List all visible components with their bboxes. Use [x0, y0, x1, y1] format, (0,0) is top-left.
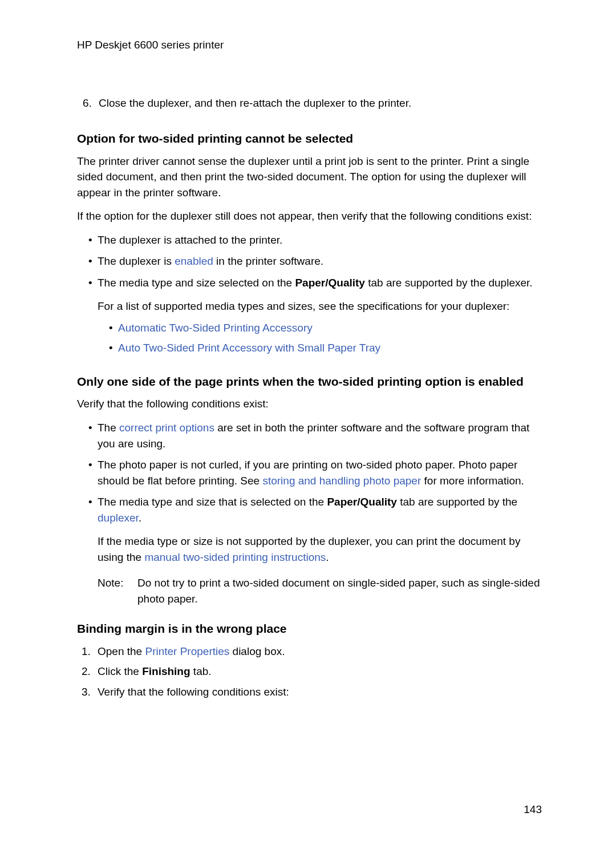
list-text: Open the Printer Properties dialog box.: [98, 644, 285, 660]
list-text: The media type and size selected on the …: [98, 275, 533, 291]
page-content: HP Deskjet 6600 series printer 6. Close …: [0, 0, 616, 700]
list-text: The duplexer is attached to the printer.: [98, 232, 282, 248]
bullet-icon: •: [109, 320, 118, 336]
link-storing-handling-photo-paper[interactable]: storing and handling photo paper: [262, 475, 421, 487]
list-text: Verify that the following conditions exi…: [98, 684, 289, 700]
link-manual-two-sided-instructions[interactable]: manual two-sided printing instructions: [144, 551, 326, 563]
bullet-icon: •: [88, 420, 98, 451]
link-duplexer[interactable]: duplexer: [98, 512, 139, 524]
note-block: Note: Do not try to print a two-sided do…: [98, 575, 542, 607]
list-number: 1.: [82, 644, 98, 660]
document-header: HP Deskjet 6600 series printer: [77, 37, 542, 53]
bold-paper-quality: Paper/Quality: [295, 277, 365, 289]
paragraph: Verify that the following conditions exi…: [77, 396, 542, 412]
steps-list: 1. Open the Printer Properties dialog bo…: [82, 644, 542, 700]
list-continue-step6: 6. Close the duplexer, and then re-attac…: [83, 95, 542, 111]
bold-paper-quality: Paper/Quality: [327, 496, 397, 508]
paragraph: The printer driver cannot sense the dupl…: [77, 153, 542, 201]
list-number: 6.: [83, 95, 99, 111]
bullet-icon: •: [88, 253, 98, 269]
bullet-icon: •: [88, 275, 98, 291]
link-printer-properties[interactable]: Printer Properties: [145, 645, 229, 657]
sub-paragraph: If the media type or size is not support…: [98, 533, 542, 565]
bullet-icon: •: [88, 457, 98, 488]
bullet-icon: •: [88, 494, 98, 525]
list-number: 3.: [82, 684, 98, 700]
section-heading-one-side-prints: Only one side of the page prints when th…: [77, 373, 542, 390]
link-auto-two-sided-accessory[interactable]: Automatic Two-Sided Printing Accessory: [118, 320, 313, 336]
section-heading-binding-margin: Binding margin is in the wrong place: [77, 620, 542, 637]
link-correct-print-options[interactable]: correct print options: [119, 422, 214, 434]
bold-finishing: Finishing: [142, 665, 190, 677]
link-auto-two-sided-small-tray[interactable]: Auto Two-Sided Print Accessory with Smal…: [118, 340, 380, 356]
bullet-icon: •: [88, 232, 98, 248]
sub-paragraph: For a list of supported media types and …: [98, 298, 542, 314]
list-text: The correct print options are set in bot…: [98, 420, 542, 451]
section-heading-option-cannot-select: Option for two-sided printing cannot be …: [77, 130, 542, 147]
list-text: The duplexer is enabled in the printer s…: [98, 253, 323, 269]
paragraph: If the option for the duplexer still doe…: [77, 208, 542, 224]
note-text: Do not try to print a two-sided document…: [137, 575, 542, 607]
note-label: Note:: [98, 575, 137, 607]
sub-list: • Automatic Two-Sided Printing Accessory…: [109, 320, 542, 356]
page-number: 143: [524, 802, 542, 818]
list-text: The media type and size that is selected…: [98, 494, 542, 525]
bullet-icon: •: [109, 340, 118, 356]
conditions-list: • The duplexer is attached to the printe…: [88, 232, 542, 356]
link-enabled[interactable]: enabled: [175, 255, 213, 267]
list-number: 2.: [82, 664, 98, 680]
list-text: The photo paper is not curled, if you ar…: [98, 457, 542, 488]
list-text: Click the Finishing tab.: [98, 664, 212, 680]
conditions-list-2: • The correct print options are set in b…: [88, 420, 542, 607]
list-text: Close the duplexer, and then re-attach t…: [99, 95, 411, 111]
